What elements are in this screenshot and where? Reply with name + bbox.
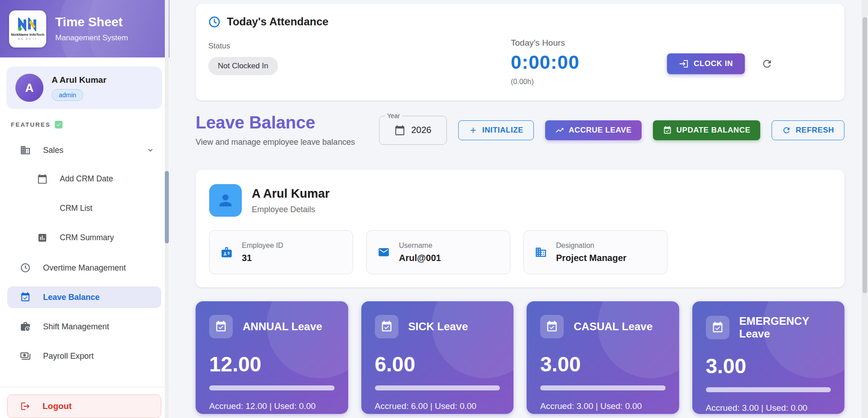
initialize-button[interactable]: INITIALIZE	[458, 120, 534, 140]
attendance-title: Today's Attendance	[227, 15, 328, 28]
page-scrollbar-track[interactable]	[862, 0, 868, 418]
logout-icon	[20, 401, 30, 411]
calendar-icon	[394, 125, 405, 136]
leave-card-title: ANNUAL Leave	[243, 320, 322, 333]
sidebar-footer: Logout	[0, 387, 169, 418]
sidebar-item-payroll-export[interactable]: Payroll Export	[7, 345, 161, 367]
plus-icon	[469, 126, 478, 135]
leave-accrued-used: Accrued: 6.00 | Used: 0.00	[375, 401, 500, 411]
year-field-label: Year	[385, 112, 402, 119]
update-balance-button[interactable]: UPDATE BALANCE	[653, 120, 760, 140]
employee-name: A Arul Kumar	[252, 187, 330, 201]
sidebar-header: NickName InfoTech WE DO IT Time Sheet Ma…	[0, 0, 169, 57]
leave-progress-track	[706, 387, 831, 392]
status-badge: Not Clocked In	[208, 57, 278, 75]
refresh-icon	[761, 58, 773, 70]
year-value: 2026	[411, 125, 432, 135]
sidebar-item-leave-balance[interactable]: Leave Balance	[7, 286, 161, 308]
refresh-label: REFRESH	[796, 126, 834, 135]
sidebar-item-label: Leave Balance	[43, 293, 100, 302]
user-card[interactable]: A A Arul Kumar admin	[6, 66, 162, 109]
designation-field: Designation Project Manager	[523, 230, 667, 274]
logout-button[interactable]: Logout	[7, 394, 161, 418]
field-label: Username	[399, 242, 441, 250]
accrue-leave-button[interactable]: ACCRUE LEAVE	[545, 120, 642, 140]
leave-accrued-used: Accrued: 12.00 | Used: 0.00	[209, 401, 335, 411]
calendar-check-icon	[663, 126, 672, 135]
employee-avatar	[209, 184, 242, 217]
leave-balance-value: 3.00	[706, 354, 831, 378]
year-select[interactable]: Year 2026	[379, 116, 447, 145]
main-content: Today's Attendance Status Not Clocked In…	[169, 0, 868, 418]
leave-balance-value: 6.00	[375, 352, 500, 376]
login-icon	[679, 59, 689, 69]
calendar-check-icon	[540, 315, 564, 338]
calendar-check-icon	[209, 315, 233, 338]
payments-icon	[20, 351, 31, 361]
sidebar-item-label: Overtime Management	[43, 263, 126, 273]
person-icon	[216, 191, 235, 209]
leave-progress-track	[209, 385, 335, 390]
leave-cards-row: ANNUAL Leave 12.00 Accrued: 12.00 | Used…	[196, 301, 844, 414]
sidebar-item-sales[interactable]: Sales	[7, 139, 161, 161]
refresh-button[interactable]: REFRESH	[772, 120, 844, 140]
leave-card-annual: ANNUAL Leave 12.00 Accrued: 12.00 | Used…	[196, 301, 348, 414]
leave-card-casual: CASUAL Leave 3.00 Accrued: 3.00 | Used: …	[527, 301, 679, 414]
leave-progress-track	[540, 385, 666, 390]
sidebar-item-shift-management[interactable]: Shift Management	[7, 316, 161, 337]
username-field: Username Arul@001	[366, 230, 510, 274]
trending-up-icon	[555, 126, 564, 135]
leave-progress-fill	[209, 385, 335, 390]
clock-icon	[20, 262, 31, 273]
field-label: Employee ID	[242, 242, 283, 250]
leave-balance-value: 3.00	[540, 352, 666, 376]
building-icon	[535, 246, 547, 258]
clock-in-button[interactable]: CLOCK IN	[667, 53, 745, 74]
leave-balance-header: Leave Balance View and manage employee l…	[196, 113, 844, 147]
leave-progress-fill	[540, 385, 666, 390]
clock-icon	[208, 16, 221, 28]
features-label-text: FEATURES	[11, 121, 51, 128]
leave-progress-fill	[706, 387, 831, 392]
hours-label: Today's Hours	[511, 38, 667, 48]
user-name: A Arul Kumar	[52, 75, 106, 85]
email-icon	[378, 246, 390, 258]
calendar-icon	[37, 174, 48, 184]
calendar-check-icon	[375, 315, 398, 338]
employee-id-value: 31	[242, 253, 283, 263]
sidebar-item-label: Shift Management	[43, 322, 109, 332]
leave-card-title: CASUAL Leave	[574, 320, 652, 333]
leave-accrued-used: Accrued: 3.00 | Used: 0.00	[706, 403, 831, 413]
logo-tagline: WE DO IT	[18, 38, 37, 40]
check-badge-icon	[55, 121, 62, 128]
page-title: Leave Balance	[196, 113, 355, 133]
update-balance-label: UPDATE BALANCE	[676, 126, 750, 135]
features-section-label: FEATURES	[11, 121, 169, 128]
page-subtitle: View and manage employee leave balances	[196, 138, 355, 147]
sidebar-item-crm-list[interactable]: CRM List	[7, 198, 161, 218]
hours-decimal: (0.00h)	[511, 78, 667, 86]
badge-icon	[221, 246, 233, 258]
status-label: Status	[208, 42, 278, 51]
sidebar-item-label: Add CRM Date	[60, 174, 113, 184]
sidebar-item-crm-summary[interactable]: CRM Summary	[7, 228, 161, 247]
leave-card-emergency: EMERGENCY Leave 3.00 Accrued: 3.00 | Use…	[692, 301, 845, 414]
username-value: Arul@001	[399, 253, 441, 263]
sidebar-item-add-crm-date[interactable]: Add CRM Date	[7, 169, 161, 189]
refresh-icon	[782, 126, 791, 135]
employee-card: A Arul Kumar Employee Details Employee I…	[196, 170, 844, 287]
initialize-label: INITIALIZE	[482, 126, 523, 135]
calendar-check-icon	[20, 292, 31, 303]
logout-label: Logout	[43, 401, 72, 411]
page-scrollbar-thumb[interactable]	[863, 17, 867, 293]
leave-card-title: EMERGENCY Leave	[739, 315, 831, 340]
leave-balance-value: 12.00	[209, 352, 335, 376]
sidebar-item-label: CRM Summary	[60, 233, 114, 242]
field-label: Designation	[556, 242, 627, 250]
sidebar-item-overtime-management[interactable]: Overtime Management	[7, 257, 161, 279]
attendance-refresh-button[interactable]	[761, 58, 773, 70]
sidebar-scrollbar-thumb[interactable]	[165, 171, 169, 243]
leave-accrued-used: Accrued: 3.00 | Used: 0.00	[540, 401, 666, 411]
logo-company-name: NickName InfoTech	[11, 33, 44, 37]
leave-card-sick: SICK Leave 6.00 Accrued: 6.00 | Used: 0.…	[361, 301, 514, 414]
